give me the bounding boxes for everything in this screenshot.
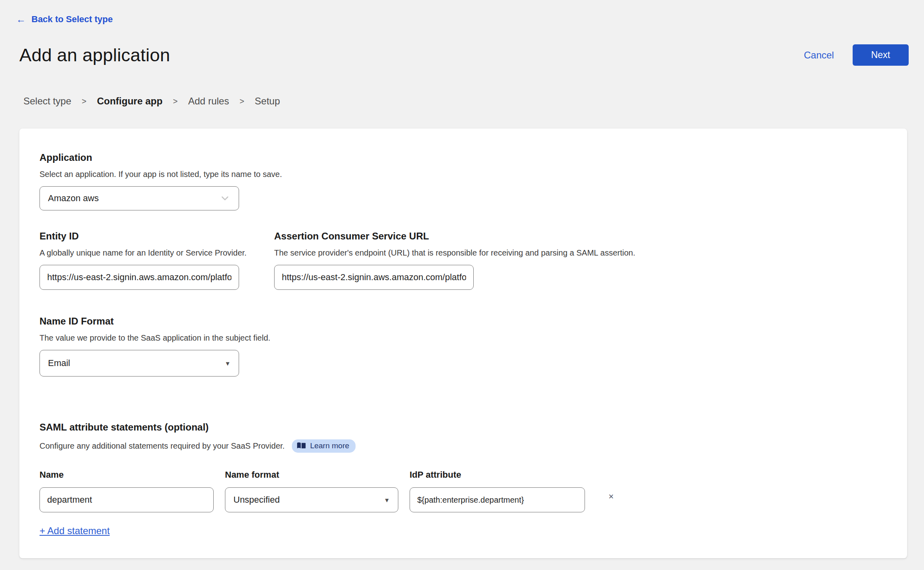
statement-name-label: Name (40, 470, 214, 480)
dropdown-triangle-icon: ▼ (384, 497, 390, 503)
title-row: Add an application Cancel Next (19, 44, 909, 66)
name-id-format-description: The value we provide to the SaaS applica… (40, 333, 887, 343)
learn-more-label: Learn more (310, 441, 349, 450)
statement-name-format-value: Unspecified (233, 495, 384, 505)
saml-attributes-section: SAML attribute statements (optional) Con… (40, 422, 887, 537)
entity-id-input[interactable] (40, 265, 239, 290)
acs-url-field: Assertion Consumer Service URL The servi… (274, 231, 887, 290)
configure-app-card: Application Select an application. If yo… (19, 129, 907, 558)
statement-name-format-label: Name format (225, 470, 398, 480)
book-icon (297, 442, 306, 450)
statement-idp-attribute-label: IdP attribute (410, 470, 585, 480)
urls-section: Entity ID A globally unique name for an … (40, 231, 887, 290)
name-id-format-select[interactable]: Email ▼ (40, 350, 239, 377)
saml-attributes-description-line: Configure any additional statements requ… (40, 439, 887, 453)
acs-url-heading: Assertion Consumer Service URL (274, 231, 887, 242)
name-id-format-value: Email (48, 358, 225, 368)
breadcrumb: Select type > Configure app > Add rules … (23, 96, 924, 107)
header-actions: Cancel Next (804, 44, 909, 66)
statement-name-input[interactable] (40, 487, 214, 512)
close-icon: × (609, 491, 614, 501)
application-description: Select an application. If your app is no… (40, 170, 887, 179)
name-id-format-heading: Name ID Format (40, 316, 887, 327)
application-select-value: Amazon aws (48, 193, 219, 204)
add-statement-link[interactable]: + Add statement (40, 525, 110, 537)
saml-attributes-description: Configure any additional statements requ… (40, 441, 285, 451)
back-link[interactable]: ← Back to Select type (16, 14, 113, 25)
back-link-label: Back to Select type (31, 14, 113, 25)
entity-id-heading: Entity ID (40, 231, 274, 242)
next-button[interactable]: Next (853, 44, 909, 66)
saml-attributes-heading: SAML attribute statements (optional) (40, 422, 887, 433)
statement-row: Name Name format IdP attribute Unspecifi… (40, 470, 887, 512)
statement-idp-attribute-input[interactable] (410, 487, 585, 512)
learn-more-badge[interactable]: Learn more (292, 439, 356, 453)
breadcrumb-step-select-type[interactable]: Select type (23, 96, 71, 107)
back-arrow-icon: ← (16, 14, 26, 25)
application-section: Application Select an application. If yo… (40, 152, 887, 210)
application-heading: Application (40, 152, 887, 163)
entity-id-description: A globally unique name for an Identity o… (40, 248, 274, 258)
remove-statement-button[interactable]: × (602, 492, 620, 501)
statement-name-format-select[interactable]: Unspecified ▼ (225, 487, 398, 512)
page-title: Add an application (19, 45, 170, 66)
acs-url-description: The service provider's endpoint (URL) th… (274, 248, 887, 258)
breadcrumb-separator: > (173, 97, 178, 106)
breadcrumb-step-setup[interactable]: Setup (255, 96, 280, 107)
cancel-button[interactable]: Cancel (804, 50, 834, 61)
breadcrumb-step-add-rules[interactable]: Add rules (188, 96, 229, 107)
breadcrumb-separator: > (239, 97, 244, 106)
breadcrumb-step-configure-app[interactable]: Configure app (97, 96, 162, 107)
add-application-page: ← Back to Select type Add an application… (0, 0, 924, 558)
breadcrumb-separator: > (82, 97, 87, 106)
acs-url-input[interactable] (274, 265, 474, 290)
name-id-format-section: Name ID Format The value we provide to t… (40, 316, 887, 377)
chevron-down-icon (219, 193, 231, 204)
application-select[interactable]: Amazon aws (40, 186, 239, 210)
entity-id-field: Entity ID A globally unique name for an … (40, 231, 274, 290)
dropdown-triangle-icon: ▼ (225, 360, 231, 367)
